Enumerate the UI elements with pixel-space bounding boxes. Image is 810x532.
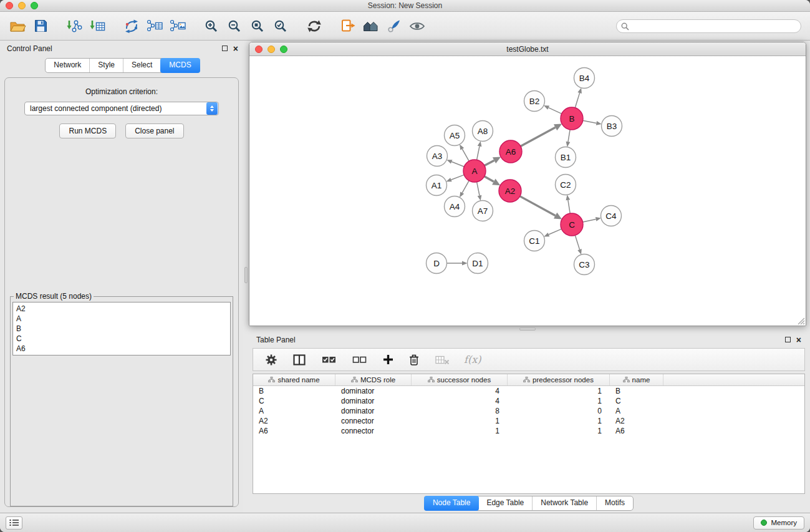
vertical-splitter[interactable] [243,41,249,513]
network-node-C4[interactable]: C4 [601,206,622,226]
style-brush-button[interactable] [382,14,405,38]
memory-button[interactable]: Memory [753,516,804,530]
column-header-shared-name[interactable]: shared name [253,374,335,385]
network-edge-A-A3[interactable] [446,160,464,167]
column-header-name[interactable]: name [610,374,663,385]
network-node-A8[interactable]: A8 [473,121,493,142]
new-network-button[interactable] [120,14,143,38]
tab-network[interactable]: Network [46,59,90,72]
task-history-button[interactable] [6,516,22,530]
show-columns-button[interactable] [292,348,307,372]
zoom-in-button[interactable] [200,14,223,38]
network-edge-C-C3[interactable] [575,235,581,254]
network-edge-B-B1[interactable] [566,130,571,147]
table-row[interactable]: Bdominator41B [253,386,804,396]
network-edge-C-C2[interactable] [566,195,571,213]
save-session-button[interactable] [29,14,52,38]
network-edge-B-B3[interactable] [583,120,602,125]
delete-table-button[interactable] [433,348,451,372]
zoom-window-button[interactable] [31,2,38,9]
splitter-grip[interactable] [519,327,536,331]
close-panel-icon[interactable]: × [233,46,238,52]
network-edge-A-A1[interactable] [446,175,464,181]
export-document-button[interactable] [336,14,359,38]
resize-grip-icon[interactable] [797,317,805,325]
function-builder-button[interactable]: f(x) [464,354,481,365]
import-table-button[interactable] [86,14,109,38]
network-edge-A-A7[interactable] [477,182,482,201]
close-panel-button[interactable]: Close panel [125,123,183,138]
add-column-button[interactable] [381,348,395,372]
network-node-B2[interactable]: B2 [524,91,545,112]
network-minimize-button[interactable] [268,46,275,53]
tab-edge-table[interactable]: Edge Table [478,496,533,510]
network-node-B[interactable]: B [561,107,583,130]
open-session-button[interactable] [6,14,29,38]
zoom-fit-button[interactable] [246,14,269,38]
network-window-titlebar[interactable]: testGlobe.txt [249,42,806,56]
tab-mcds[interactable]: MCDS [160,58,200,73]
float-panel-icon[interactable] [222,46,228,51]
table-options-button[interactable] [264,348,279,372]
network-edge-C-C1[interactable] [544,229,561,236]
zoom-selected-button[interactable] [269,14,292,38]
network-node-A2[interactable]: A2 [499,180,521,202]
delete-column-button[interactable] [408,348,420,372]
tab-network-table[interactable]: Network Table [533,496,597,510]
network-edge-A-A8[interactable] [477,141,482,160]
home-views-button[interactable] [359,14,382,38]
network-node-A3[interactable]: A3 [427,146,448,167]
mcds-result-item[interactable]: A2 [14,304,229,314]
tab-select[interactable]: Select [123,59,161,72]
network-close-button[interactable] [255,46,263,53]
refresh-layout-button[interactable] [302,14,325,38]
optimization-criterion-select[interactable]: largest connected component (directed) [24,102,219,115]
minimize-window-button[interactable] [18,2,26,9]
column-header-MCDS-role[interactable]: MCDS role [335,374,412,385]
tab-style[interactable]: Style [90,59,123,72]
network-edge-C-C4[interactable] [583,217,601,222]
float-panel-icon[interactable] [785,337,791,342]
close-window-button[interactable] [6,2,13,9]
tab-node-table[interactable]: Node Table [424,496,480,511]
tab-motifs[interactable]: Motifs [597,496,633,510]
network-node-C3[interactable]: C3 [574,254,595,275]
table-row[interactable]: Cdominator41C [253,396,804,406]
column-header-predecessor-nodes[interactable]: predecessor nodes [508,374,610,385]
import-network-button[interactable] [63,14,86,38]
export-image-button[interactable] [166,14,189,38]
network-node-A5[interactable]: A5 [445,125,465,146]
network-node-A1[interactable]: A1 [427,175,447,196]
network-node-B4[interactable]: B4 [574,68,595,89]
network-edge-A-A6[interactable] [485,157,501,165]
network-node-A6[interactable]: A6 [499,140,522,163]
network-edge-A-A5[interactable] [460,144,469,161]
mcds-result-item[interactable]: A [14,314,229,324]
table-row[interactable]: Adominator80A [253,406,804,416]
mcds-result-item[interactable]: B [14,324,229,334]
network-edge-B-B2[interactable] [544,105,562,114]
network-node-B1[interactable]: B1 [556,147,576,168]
network-node-A4[interactable]: A4 [445,196,465,217]
network-node-C[interactable]: C [561,213,583,236]
network-edge-D-D1[interactable] [447,261,468,266]
network-edge-A2-C[interactable] [520,196,562,220]
network-edge-A-A2[interactable] [485,177,501,185]
network-canvas[interactable]: B4B2BB3A5A8A6B1A3AC2A1A2A4A7C4CC1C3DD1 [249,56,806,326]
run-mcds-button[interactable]: Run MCDS [59,123,116,138]
network-edge-A6-B[interactable] [521,124,562,147]
network-edge-A-A4[interactable] [460,181,469,198]
mcds-result-item[interactable]: C [14,334,229,344]
search-input[interactable] [616,19,801,33]
network-node-D1[interactable]: D1 [468,253,488,274]
network-node-C2[interactable]: C2 [556,175,576,195]
network-node-C1[interactable]: C1 [524,231,545,251]
network-from-table-button[interactable] [143,14,166,38]
network-node-B3[interactable]: B3 [602,116,622,137]
mcds-result-item[interactable]: A6 [14,344,229,354]
network-edge-B-B4[interactable] [575,88,582,108]
column-header-successor-nodes[interactable]: successor nodes [412,374,508,385]
network-node-D[interactable]: D [427,253,447,274]
close-panel-icon[interactable]: × [796,337,801,343]
network-zoom-button[interactable] [280,46,287,53]
